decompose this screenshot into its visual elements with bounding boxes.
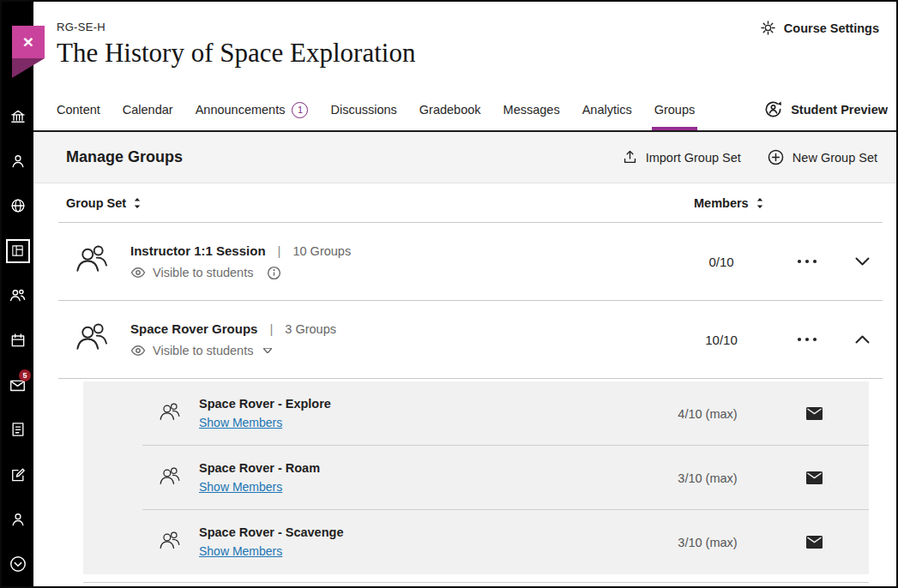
- group-people-icon: [159, 530, 182, 555]
- bottom-divider: [83, 582, 869, 583]
- options-menu-button[interactable]: [773, 259, 841, 264]
- student-preview-button[interactable]: Student Preview: [763, 99, 888, 119]
- show-members-link[interactable]: Show Members: [199, 416, 282, 429]
- directory-icon[interactable]: [2, 497, 33, 542]
- group-row: Space Rover - Roam Show Members 3/10 (ma…: [83, 446, 869, 510]
- info-icon[interactable]: [267, 266, 281, 280]
- groups-icon[interactable]: [2, 273, 33, 318]
- student-preview-icon: [763, 99, 783, 119]
- chevron-up-icon: [855, 335, 870, 344]
- close-panel-button[interactable]: ×: [12, 26, 45, 78]
- course-id: RG-SE-H: [57, 21, 879, 33]
- group-set-people-icon: [58, 243, 130, 280]
- ellipsis-icon: [797, 337, 817, 342]
- group-members-count: 3/10 (max): [656, 536, 759, 549]
- visibility-dropdown[interactable]: Visible to students: [130, 344, 670, 357]
- course-settings-button[interactable]: Course Settings: [760, 20, 879, 36]
- visibility-label: Visible to students: [153, 266, 253, 279]
- caret-down-icon: [263, 348, 272, 353]
- envelope-icon: [806, 471, 823, 484]
- visibility-control[interactable]: Visible to students: [130, 266, 670, 280]
- group-members-count: 4/10 (max): [656, 407, 759, 421]
- message-group-button[interactable]: [759, 471, 869, 484]
- tab-announcements[interactable]: Announcements 1: [196, 89, 309, 130]
- group-name: Space Rover - Scavenge: [199, 525, 656, 539]
- group-name: Space Rover - Roam: [199, 461, 656, 475]
- group-people-icon: [159, 465, 182, 491]
- group-row: Space Rover - Explore Show Members 4/10 …: [83, 381, 869, 446]
- ellipsis-icon: [797, 259, 817, 264]
- tab-content[interactable]: Content: [57, 90, 100, 129]
- separator: |: [278, 243, 281, 258]
- institution-icon[interactable]: [2, 94, 33, 139]
- tab-groups[interactable]: Groups: [654, 90, 696, 129]
- envelope-icon: [806, 536, 823, 549]
- chevron-down-icon: [855, 257, 870, 266]
- column-header-group-set[interactable]: Group Set: [58, 196, 670, 210]
- group-set-people-icon: [58, 321, 130, 358]
- message-group-button[interactable]: [759, 407, 869, 420]
- group-set-row: Space Rover Groups | 3 Groups Visible to…: [58, 301, 883, 379]
- collapse-row-button[interactable]: [841, 335, 883, 344]
- group-set-name[interactable]: Space Rover Groups: [130, 321, 257, 336]
- page-title: Manage Groups: [66, 148, 183, 166]
- table-header-row: Group Set Members: [58, 183, 883, 223]
- active-indicator-frame: [6, 239, 30, 263]
- compose-icon[interactable]: [2, 453, 33, 497]
- group-count: 3 Groups: [285, 322, 336, 336]
- manage-groups-bar: Manage Groups Import Group Set New Group…: [33, 132, 896, 183]
- global-sidebar: 5: [2, 2, 33, 586]
- separator: |: [269, 321, 273, 336]
- sort-icon: [133, 197, 142, 209]
- group-name: Space Rover - Explore: [199, 397, 656, 411]
- course-settings-label: Course Settings: [784, 21, 879, 35]
- app-window: 5 × RG-SE-H The History of Space Explora…: [0, 0, 898, 588]
- options-menu-button[interactable]: [773, 337, 841, 342]
- group-set-name[interactable]: Instructor 1:1 Session: [130, 243, 266, 258]
- import-icon: [622, 149, 638, 165]
- announcements-count-badge: 1: [292, 102, 308, 118]
- group-people-icon: [159, 401, 182, 427]
- student-preview-label: Student Preview: [791, 103, 888, 117]
- group-set-row: Instructor 1:1 Session | 10 Groups Visib…: [58, 223, 883, 301]
- group-row: Space Rover - Scavenge Show Members 3/10…: [83, 510, 869, 574]
- group-sets-table: Group Set Members Instructor 1:1 Session: [58, 183, 883, 583]
- course-page: RG-SE-H The History of Space Exploration…: [33, 2, 896, 586]
- globe-icon[interactable]: [2, 183, 33, 228]
- show-members-link[interactable]: Show Members: [199, 544, 282, 558]
- tab-messages[interactable]: Messages: [503, 90, 560, 129]
- sort-icon: [756, 197, 764, 209]
- new-group-set-label: New Group Set: [793, 151, 877, 165]
- message-group-button[interactable]: [759, 536, 869, 549]
- calendar-icon[interactable]: [2, 318, 33, 363]
- messages-badge: 5: [19, 369, 31, 381]
- messages-icon[interactable]: 5: [2, 363, 33, 407]
- envelope-icon: [806, 407, 823, 420]
- column-header-members[interactable]: Members: [670, 196, 773, 210]
- gear-icon: [760, 20, 776, 36]
- eye-icon: [130, 345, 146, 357]
- tab-gradebook[interactable]: Gradebook: [419, 90, 481, 129]
- course-tab-bar: Content Calendar Announcements 1 Discuss…: [33, 88, 896, 132]
- course-title: The History of Space Exploration: [57, 38, 879, 69]
- profile-icon[interactable]: [2, 139, 33, 183]
- new-group-set-button[interactable]: New Group Set: [767, 148, 877, 166]
- eye-icon: [130, 267, 146, 279]
- visibility-label: Visible to students: [153, 344, 253, 357]
- tab-calendar[interactable]: Calendar: [123, 90, 173, 129]
- plus-circle-icon: [767, 148, 785, 166]
- scroll-down-icon[interactable]: [2, 542, 33, 586]
- members-count: 10/10: [670, 333, 773, 347]
- ribbon-fold-decoration: [12, 58, 45, 78]
- tab-analytics[interactable]: Analytics: [582, 90, 632, 129]
- group-count: 10 Groups: [292, 244, 351, 258]
- notes-icon[interactable]: [2, 407, 33, 452]
- import-group-set-button[interactable]: Import Group Set: [622, 148, 741, 166]
- expand-row-button[interactable]: [841, 257, 883, 266]
- content-icon[interactable]: [2, 229, 33, 273]
- import-group-set-label: Import Group Set: [646, 151, 741, 165]
- tab-discussions[interactable]: Discussions: [330, 90, 396, 129]
- show-members-link[interactable]: Show Members: [199, 480, 282, 494]
- members-count: 0/10: [670, 255, 773, 269]
- close-icon[interactable]: ×: [12, 26, 45, 58]
